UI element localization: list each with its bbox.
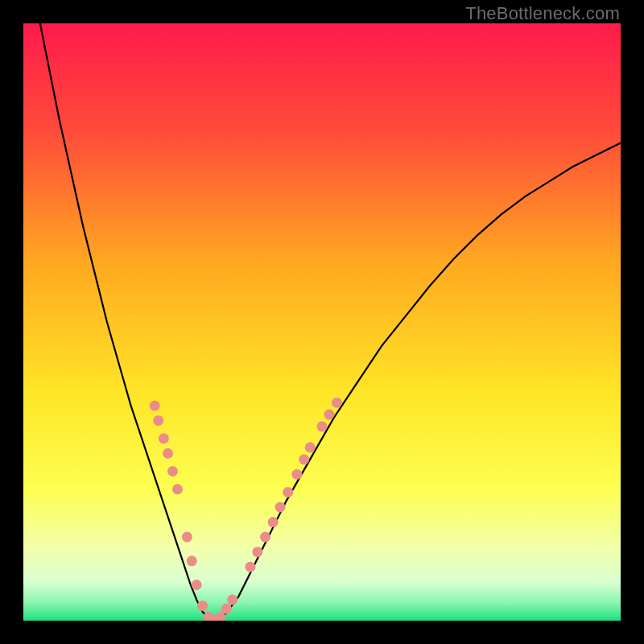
chart-svg: [23, 23, 621, 621]
data-marker: [167, 466, 178, 477]
data-marker: [332, 398, 342, 408]
data-marker: [260, 532, 270, 543]
gradient-background: [23, 23, 621, 621]
data-marker: [172, 484, 183, 494]
data-marker: [283, 487, 293, 497]
data-marker: [305, 442, 316, 452]
data-marker: [291, 469, 302, 480]
data-marker: [299, 454, 309, 464]
data-marker: [187, 555, 197, 566]
chart-frame: TheBottleneck.com: [0, 0, 644, 644]
data-marker: [317, 421, 328, 431]
data-marker: [227, 595, 237, 605]
data-marker: [153, 415, 163, 426]
data-marker: [197, 601, 208, 611]
data-marker: [324, 410, 334, 420]
data-marker: [252, 547, 262, 557]
data-marker: [163, 448, 173, 459]
plot-area: [23, 23, 621, 621]
watermark-label: TheBottleneck.com: [465, 3, 620, 24]
data-marker: [159, 433, 169, 444]
data-marker: [268, 517, 279, 527]
data-marker: [182, 532, 192, 543]
data-marker: [245, 562, 255, 572]
data-marker: [150, 400, 160, 411]
data-marker: [275, 502, 286, 513]
data-marker: [221, 604, 232, 614]
data-marker: [192, 580, 202, 590]
